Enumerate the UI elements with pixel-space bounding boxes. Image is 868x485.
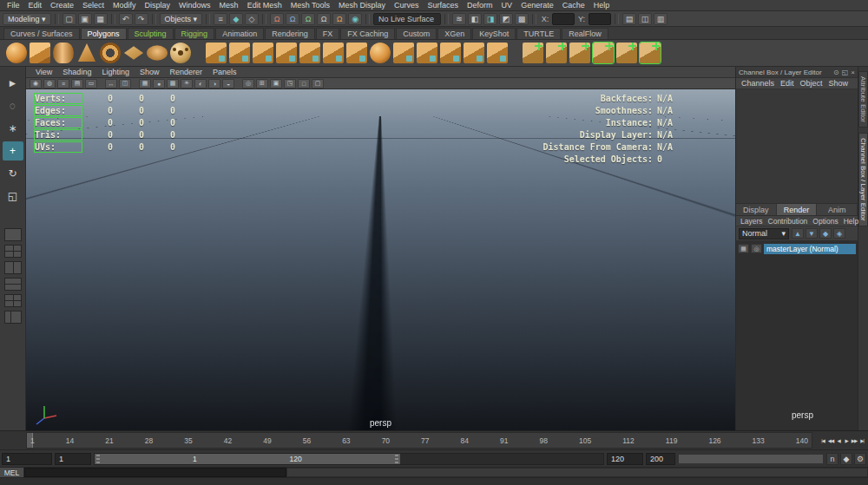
layer-row-masterlayer[interactable]: ▦ ◎ masterLayer (Normal) <box>736 243 858 254</box>
playback-end-field[interactable]: 120 <box>607 453 643 465</box>
shelf-tab[interactable]: Custom <box>396 28 437 39</box>
shadows-icon[interactable]: ◐ <box>194 79 207 88</box>
animation-start-field[interactable]: 1 <box>2 453 52 465</box>
x-coordinate-input[interactable] <box>552 13 575 25</box>
redo-icon[interactable]: ↷ <box>135 13 148 25</box>
menu-item[interactable]: Deform <box>463 1 497 10</box>
panel-menu-item[interactable]: Panels <box>208 68 241 76</box>
poly-soccer-ball-icon[interactable] <box>170 43 191 63</box>
safe-title-icon[interactable]: ▢ <box>312 79 324 88</box>
oversampling-icon[interactable]: ◫ <box>119 79 131 88</box>
fill-hole-icon[interactable] <box>346 43 367 63</box>
combine-icon[interactable] <box>276 43 297 63</box>
safe-action-icon[interactable]: □ <box>298 79 310 88</box>
channel-box-menu-item[interactable]: Show <box>829 79 849 88</box>
reduce-icon[interactable] <box>393 43 414 63</box>
select-by-object-icon[interactable]: ◆ <box>229 13 243 25</box>
shelf-tab[interactable]: TURTLE <box>516 28 561 39</box>
play-forwards-button[interactable]: ▶ <box>843 436 850 446</box>
ipr-render-icon[interactable]: ◩ <box>499 13 513 25</box>
boolean-difference-icon[interactable] <box>229 43 250 63</box>
resolution-gate-icon[interactable]: ▣ <box>270 79 282 88</box>
isolate-select-icon[interactable]: ◎ <box>242 79 254 88</box>
construction-history-icon[interactable]: ≋ <box>452 13 466 25</box>
poly-plane-icon[interactable] <box>123 43 144 63</box>
selection-mask-dropdown[interactable]: Objects ▾ <box>160 13 203 25</box>
command-line-language-button[interactable]: MEL <box>0 468 24 477</box>
command-input[interactable] <box>24 468 286 477</box>
pin-panel-icon[interactable]: ⊙ <box>833 69 839 76</box>
boolean-union-icon[interactable] <box>206 43 227 63</box>
shelf-tab[interactable]: FX <box>316 28 340 39</box>
auto-keyframe-icon[interactable]: ◆ <box>840 453 852 465</box>
poly-sphere-icon[interactable] <box>6 43 27 63</box>
shelf-tab[interactable]: KeyShot <box>472 28 516 39</box>
menu-item[interactable]: Edit <box>24 1 47 10</box>
poly-disc-icon[interactable] <box>147 45 168 60</box>
panel-menu-item[interactable]: Renderer <box>165 68 207 76</box>
gate-mask-icon[interactable]: ◳ <box>284 79 296 88</box>
range-end-handle[interactable] <box>395 455 398 463</box>
channel-box-menu-item[interactable]: Edit <box>780 79 794 88</box>
tool-settings-toggle-icon[interactable]: ▥ <box>654 13 667 25</box>
undo-icon[interactable]: ↶ <box>119 13 133 25</box>
menu-item[interactable]: Help <box>589 1 615 10</box>
layer-editor-tab[interactable]: Anim <box>817 204 858 215</box>
make-live-icon[interactable]: ◉ <box>348 13 362 25</box>
multi-cut-icon[interactable] <box>487 43 508 63</box>
pop-out-panel-icon[interactable]: ◱ <box>842 69 849 76</box>
poly-cone-icon[interactable] <box>76 43 97 63</box>
live-surface-field[interactable]: No Live Surface <box>373 13 441 25</box>
quad-draw-icon[interactable] <box>593 43 614 63</box>
image-plane-icon[interactable]: ▭ <box>85 79 97 88</box>
new-scene-icon[interactable]: ▢ <box>62 13 76 25</box>
playback-range-bar[interactable]: 1 120 <box>95 454 400 464</box>
menu-item[interactable]: Mesh <box>215 1 243 10</box>
insert-edge-loop-icon[interactable] <box>523 43 543 63</box>
boolean-intersection-icon[interactable] <box>253 43 273 63</box>
symmetrize-icon[interactable] <box>640 43 661 63</box>
panel-menu-item[interactable]: Lighting <box>97 68 134 76</box>
menu-item[interactable]: Edit Mesh <box>243 1 286 10</box>
shelf-tab[interactable]: RealFlow <box>562 28 608 39</box>
menu-item[interactable]: Curves <box>390 1 424 10</box>
menu-item[interactable]: Modify <box>108 1 141 10</box>
close-panel-icon[interactable]: × <box>851 69 855 76</box>
go-to-end-button[interactable]: ▶| <box>858 436 865 446</box>
shelf-tab[interactable]: Sculpting <box>128 28 174 39</box>
four-pane-layout-button[interactable] <box>4 245 22 258</box>
panel-menu-item[interactable]: Shading <box>58 68 95 76</box>
poly-torus-icon[interactable] <box>100 43 121 63</box>
extract-icon[interactable] <box>323 43 344 63</box>
panel-menu-item[interactable]: View <box>31 68 56 76</box>
play-backwards-button[interactable]: ◀ <box>835 436 842 446</box>
poly-cylinder-icon[interactable] <box>53 43 74 63</box>
layer-renderable-toggle[interactable]: ◎ <box>751 244 762 253</box>
menu-item[interactable]: UV <box>497 1 517 10</box>
no-character-set-icon[interactable]: n <box>826 453 838 465</box>
field-chart-icon[interactable]: ⊞ <box>256 79 268 88</box>
smooth-shade-icon[interactable]: ● <box>153 79 165 88</box>
target-weld-icon[interactable] <box>616 43 637 63</box>
select-by-component-icon[interactable]: ◇ <box>245 13 259 25</box>
snap-to-point-icon[interactable]: Ω <box>301 13 315 25</box>
channel-box-toggle-icon[interactable]: ▤ <box>622 13 636 25</box>
move-layer-up-icon[interactable]: ▲ <box>792 228 804 239</box>
textured-mode-icon[interactable]: ▩ <box>167 79 179 88</box>
ambient-occlusion-icon[interactable]: ◑ <box>208 79 220 88</box>
menu-item[interactable]: Windows <box>174 1 215 10</box>
paint-select-tool-icon[interactable]: ∗ <box>3 119 23 138</box>
use-all-lights-icon[interactable]: ☀ <box>181 79 193 88</box>
menu-item[interactable]: Mesh Display <box>334 1 390 10</box>
camera-attributes-icon[interactable]: ≡ <box>57 79 69 88</box>
playback-range-track[interactable]: 1 120 <box>94 453 604 465</box>
snap-to-view-plane-icon[interactable]: Ω <box>332 13 346 25</box>
move-layer-down-icon[interactable]: ▼ <box>806 228 818 239</box>
viewport[interactable]: Verts: 0 0 0 Edges: 0 0 0 <box>26 89 735 430</box>
create-layer-from-selected-icon[interactable]: ◈ <box>833 228 845 239</box>
step-back-frame-button[interactable]: ◀◀ <box>827 436 834 446</box>
two-d-pan-zoom-icon[interactable]: ↔ <box>105 79 117 88</box>
y-coordinate-label[interactable]: Y: <box>576 13 587 25</box>
attribute-editor-toggle-icon[interactable]: ◫ <box>638 13 652 25</box>
menu-item[interactable]: File <box>3 1 24 10</box>
